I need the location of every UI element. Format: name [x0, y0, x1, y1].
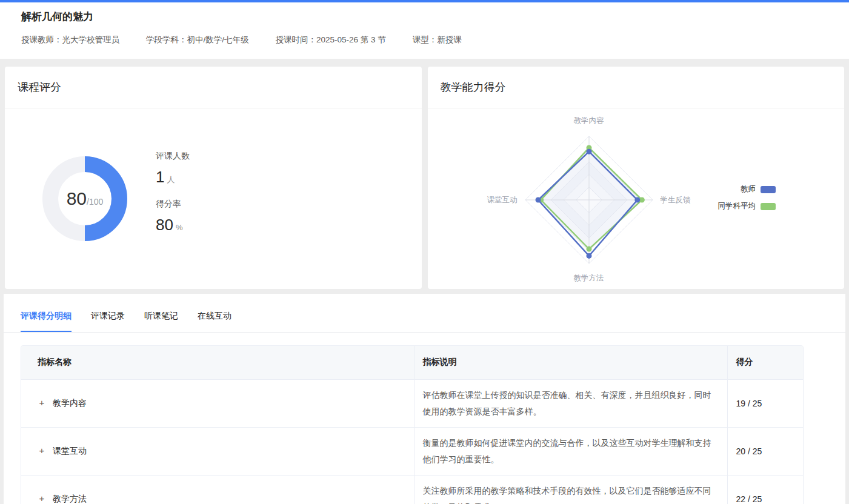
radar-axis-label-1: 学生反馈 [661, 195, 691, 205]
legend-label-1: 同学科平均 [718, 201, 756, 211]
legend-label-0: 教师 [741, 184, 756, 194]
expand-icon[interactable]: + [38, 445, 46, 456]
course-info-item-0: 授课教师：光大学校管理员 [21, 35, 119, 45]
expand-icon[interactable]: + [38, 397, 46, 408]
score-stats: 评课人数1人得分率80% [156, 151, 190, 247]
legend-item-1[interactable]: 同学科平均 [718, 201, 776, 211]
indicator-desc: 关注教师所采用的教学策略和技术手段的有效性，以及它们是否能够适应不同的学习风格和… [414, 475, 727, 504]
radar-legend: 教师同学科平均 [718, 184, 776, 211]
table-row: +教学方法关注教师所采用的教学策略和技术手段的有效性，以及它们是否能够适应不同的… [21, 475, 804, 504]
detail-section: 评课得分明细评课记录听课笔记在线互动 指标名称指标说明得分 +教学内容评估教师在… [4, 294, 845, 504]
radar-axis-label-0: 教学内容 [574, 116, 604, 126]
radar-axis-label-2: 教学方法 [574, 273, 604, 284]
score-value: 80 [67, 188, 87, 209]
table-col-header-0: 指标名称 [21, 346, 414, 379]
teaching-ability-card-title: 教学能力得分 [428, 67, 845, 108]
indicator-name: 教学方法 [53, 494, 87, 503]
tab-0[interactable]: 评课得分明细 [21, 311, 72, 332]
course-info-row: 授课教师：光大学校管理员学段学科：初中/数学/七年级授课时间：2025-05-2… [21, 35, 828, 45]
indicator-score: 20 / 25 [727, 427, 804, 475]
radar-chart: 教学内容学生反馈教学方法课堂互动 教师同学科平均 [428, 108, 845, 289]
indicator-desc: 衡量的是教师如何促进课堂内的交流与合作，以及这些互动对学生理解和支持他们学习的重… [414, 427, 727, 475]
course-score-card: 课程评分 80 /100 评课人数1人得分率80% [5, 67, 422, 289]
stat-label-0: 评课人数 [156, 151, 190, 162]
indicator-desc: 评估教师在课堂上传授的知识是否准确、相关、有深度，并且组织良好，同时使用的教学资… [414, 379, 727, 427]
course-info-item-1: 学段学科：初中/数学/七年级 [146, 35, 249, 45]
score-donut-chart: 80 /100 [39, 153, 130, 244]
radar-axis-label-3: 课堂互动 [487, 195, 518, 205]
tab-3[interactable]: 在线互动 [198, 311, 231, 332]
indicator-name: 教学内容 [53, 398, 87, 408]
score-detail-table: 指标名称指标说明得分 +教学内容评估教师在课堂上传授的知识是否准确、相关、有深度… [21, 345, 804, 504]
tab-2[interactable]: 听课笔记 [144, 311, 178, 332]
tab-1[interactable]: 评课记录 [91, 311, 125, 332]
indicator-name: 课堂互动 [53, 446, 87, 456]
expand-icon[interactable]: + [38, 493, 46, 503]
tabs-row: 评课得分明细评课记录听课笔记在线互动 [4, 311, 845, 333]
table-row: +教学内容评估教师在课堂上传授的知识是否准确、相关、有深度，并且组织良好，同时使… [21, 379, 804, 427]
stat-value-0: 1人 [156, 168, 190, 187]
teaching-ability-card: 教学能力得分 教学内容学生反馈教学方法课堂互动 教师同学科平均 [428, 67, 845, 289]
page-title: 解析几何的魅力 [21, 10, 828, 24]
stat-value-1: 80% [156, 216, 190, 234]
score-denominator: /100 [87, 197, 103, 207]
page-header: 解析几何的魅力 授课教师：光大学校管理员学段学科：初中/数学/七年级授课时间：2… [0, 2, 849, 59]
course-info-item-2: 授课时间：2025-05-26 第 3 节 [276, 35, 386, 45]
course-score-card-title: 课程评分 [5, 67, 422, 108]
indicator-score: 22 / 25 [727, 475, 804, 504]
course-info-item-3: 课型：新授课 [413, 35, 462, 45]
indicator-score: 19 / 25 [727, 379, 804, 427]
legend-item-0[interactable]: 教师 [741, 184, 776, 194]
table-col-header-1: 指标说明 [414, 346, 727, 379]
legend-swatch-1 [761, 203, 776, 210]
stat-label-1: 得分率 [156, 199, 190, 210]
table-row: +课堂互动衡量的是教师如何促进课堂内的交流与合作，以及这些互动对学生理解和支持他… [21, 427, 804, 475]
legend-swatch-0 [761, 186, 776, 193]
table-col-header-2: 得分 [727, 346, 804, 379]
